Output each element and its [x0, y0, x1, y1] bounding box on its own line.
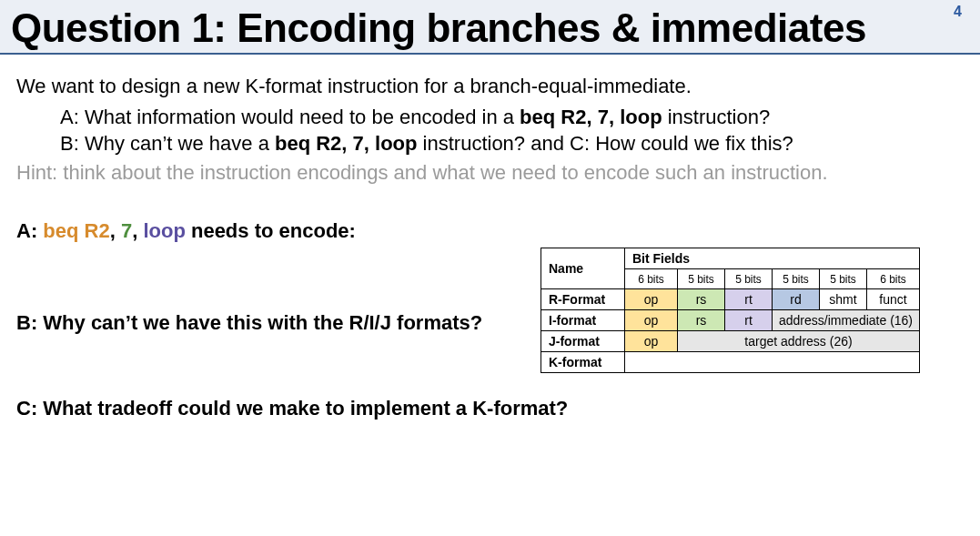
k-format-row: K-format — [541, 352, 920, 373]
bits-2: 5 bits — [725, 269, 773, 289]
i-op: op — [625, 310, 678, 331]
j-format-row: J-format op target address (26) — [541, 331, 920, 352]
sub-question-a: A: What information would need to be enc… — [16, 104, 964, 131]
i-rs: rs — [678, 310, 725, 331]
qa-comma2: , — [132, 219, 143, 242]
subA-code: beq R2, 7, loop — [520, 106, 662, 128]
slide-title: Question 1: Encoding branches & immediat… — [11, 5, 969, 51]
bits-1: 5 bits — [678, 269, 725, 289]
question-c-heading: C: What tradeoff could we make to implem… — [16, 395, 964, 422]
r-shmt: shmt — [820, 289, 867, 310]
bits-4: 5 bits — [820, 269, 867, 289]
subA-prefix: A: What information would need to be enc… — [60, 106, 520, 128]
title-band: Question 1: Encoding branches & immediat… — [0, 0, 980, 55]
i-addr: address/immediate (16) — [773, 310, 920, 331]
slide: 4 Question 1: Encoding branches & immedi… — [0, 0, 980, 536]
r-op: op — [625, 289, 678, 310]
qa-beq: beq — [43, 219, 84, 242]
r-name: R-Format — [541, 289, 625, 310]
question-a-heading: A: beq R2, 7, loop needs to encode: — [16, 217, 964, 245]
i-rt: rt — [725, 310, 773, 331]
table-header-row: Name Bit Fields — [541, 248, 920, 269]
qa-loop: loop — [143, 219, 185, 242]
qa-comma1: , — [110, 219, 121, 242]
k-name: K-format — [541, 352, 625, 373]
subB-suffix: instruction? and C: How could we fix thi… — [417, 132, 793, 155]
i-name: I-format — [541, 310, 625, 331]
hint-text: Hint: think about the instruction encodi… — [16, 159, 964, 187]
r-rs: rs — [678, 289, 725, 310]
r-rd: rd — [773, 289, 820, 310]
page-number: 4 — [954, 4, 962, 20]
subB-prefix: B: Why can’t we have a — [60, 132, 275, 155]
bits-5: 6 bits — [867, 269, 920, 289]
r-funct: funct — [867, 289, 920, 310]
bits-3: 5 bits — [773, 269, 820, 289]
j-op: op — [625, 331, 678, 352]
qa-label: A: — [16, 219, 43, 242]
r-format-row: R-Format op rs rt rd shmt funct — [541, 289, 920, 310]
subB-code: beq R2, 7, loop — [275, 132, 417, 155]
bits-0: 6 bits — [625, 269, 678, 289]
qa-seven: 7 — [121, 219, 132, 242]
j-name: J-format — [541, 331, 625, 352]
j-target: target address (26) — [678, 331, 920, 352]
r-rt: rt — [725, 289, 773, 310]
k-empty — [625, 352, 920, 373]
format-table: Name Bit Fields 6 bits 5 bits 5 bits 5 b… — [541, 248, 920, 373]
subA-suffix: instruction? — [662, 106, 771, 128]
col-name-header: Name — [541, 248, 625, 289]
col-bits-header: Bit Fields — [625, 248, 920, 269]
i-format-row: I-format op rs rt address/immediate (16) — [541, 310, 920, 331]
qa-rest: needs to encode: — [186, 219, 356, 242]
qa-r2: R2 — [85, 219, 110, 242]
sub-question-b: B: Why can’t we have a beq R2, 7, loop i… — [16, 130, 964, 157]
intro-text: We want to design a new K-format instruc… — [16, 73, 964, 100]
